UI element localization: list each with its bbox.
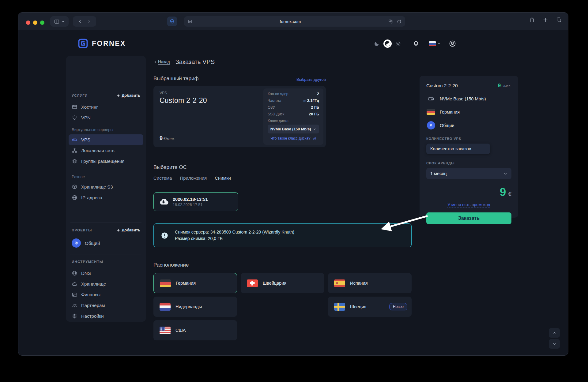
network-icon <box>72 148 77 153</box>
sidebar-item-settings[interactable]: Настройки <box>69 311 143 321</box>
location-netherlands[interactable]: Нидерланды <box>153 297 237 317</box>
tariff-heading: Выбранный тариф <box>153 76 198 82</box>
spec-row-cores: Кол-во ядер2 <box>268 92 319 96</box>
tab-system[interactable]: Система <box>153 175 172 183</box>
disk-class-help-link[interactable]: Что такое класс диска? <box>268 136 319 141</box>
project-avatar-icon <box>427 121 435 129</box>
info-icon <box>160 231 169 240</box>
add-project-button[interactable]: Добавить <box>117 228 140 232</box>
location-heading: Расположение <box>153 262 412 268</box>
scroll-up-button[interactable] <box>549 328 560 338</box>
quantity-input[interactable]: Количество заказов <box>426 144 490 154</box>
translate-icon[interactable] <box>388 19 394 24</box>
location-switzerland[interactable]: Швейцария <box>241 273 324 293</box>
sidebar-item-dns[interactable]: DNS <box>69 268 143 279</box>
scroll-down-button[interactable] <box>549 339 560 349</box>
spec-row-disk: SSD Диск20 ГБ <box>268 112 319 116</box>
auto-theme-yinyang-icon[interactable] <box>383 39 392 48</box>
gear-icon <box>72 313 77 319</box>
flag-usa-icon <box>160 327 171 334</box>
reader-page-icon[interactable] <box>188 19 192 24</box>
term-select[interactable]: 1 месяц <box>426 168 511 179</box>
disk-class-select[interactable]: NVMe Base (150 Mb/s) <box>268 125 319 133</box>
location-sweden[interactable]: Швеция Новое <box>328 297 412 317</box>
change-tariff-link[interactable]: Выбрать другой <box>296 77 326 82</box>
chevron-up-icon <box>552 331 557 335</box>
sidebar-item-hosting[interactable]: Хостинг <box>69 102 143 112</box>
flag-switzerland-icon <box>247 279 258 287</box>
sidebar-toggle-button[interactable] <box>50 16 69 27</box>
sidebar-section-services: УСЛУГИ <box>72 94 88 97</box>
user-profile-icon[interactable] <box>449 40 456 47</box>
location-spain[interactable]: Испания <box>328 273 412 293</box>
divider <box>70 88 141 88</box>
forward-button[interactable] <box>87 19 92 24</box>
os-tabs: Система Приложения Снимки <box>153 175 412 183</box>
sidebar-item-finance[interactable]: Финансы <box>69 289 143 300</box>
back-link[interactable]: Назад <box>153 59 170 65</box>
minimize-window-button[interactable] <box>33 21 37 25</box>
shield-icon <box>72 115 77 121</box>
flag-spain-icon <box>334 279 345 287</box>
chevron-down-icon <box>437 42 441 45</box>
page-title: Заказать VPS <box>175 58 215 66</box>
tab-overview-icon[interactable] <box>556 17 562 23</box>
tab-snapshots[interactable]: Снимки <box>215 175 231 183</box>
divider <box>70 254 141 254</box>
flag-sweden-icon <box>334 303 345 311</box>
tab-applications[interactable]: Приложения <box>180 175 207 183</box>
share-icon[interactable] <box>529 17 535 23</box>
order-button[interactable]: Заказать <box>426 212 511 224</box>
address-bar[interactable]: fornex.com <box>184 16 405 27</box>
box-icon <box>72 184 77 190</box>
new-badge: Новое <box>389 303 407 310</box>
back-button[interactable] <box>77 19 82 24</box>
spec-row-disk-class: Класс диска <box>268 119 319 123</box>
sidebar-item-storage[interactable]: Хранилище <box>69 279 143 289</box>
sidebar-panel-icon <box>54 19 60 24</box>
summary-feature-location: Германия <box>426 109 511 115</box>
sidebar-item-vps[interactable]: VPS <box>69 134 143 145</box>
tariff-specs-panel: Кол-во ядер2 Частота от2.1ГГц ОЗУ2 ГБ SS… <box>263 88 323 145</box>
fornex-logo[interactable]: FORNEX <box>77 38 126 49</box>
page-scroll-buttons <box>549 328 560 349</box>
sidebar-item-placement-groups[interactable]: Группы размещения <box>69 156 143 167</box>
sun-icon[interactable] <box>395 41 401 47</box>
sidebar-item-project-common[interactable]: Общий <box>72 236 140 250</box>
sidebar-item-partners[interactable]: Партнёрам <box>69 300 143 311</box>
language-selector[interactable] <box>429 41 441 46</box>
zoom-window-button[interactable] <box>40 21 44 25</box>
selected-tariff-card: VPS Custom 2-2-20 9€/мес. Кол-во ядер2 Ч… <box>153 86 326 147</box>
chevron-down-icon <box>552 342 557 346</box>
add-service-button[interactable]: Добавить <box>117 93 140 98</box>
sidebar: УСЛУГИ Добавить Хостинг VPN Виртуальные … <box>66 56 146 322</box>
quantity-label: КОЛИЧЕСТВО VPS <box>426 137 511 140</box>
layers-icon <box>72 158 77 164</box>
summary-tariff-name: Custom 2-2-20 <box>426 83 458 88</box>
globe-icon <box>72 195 77 200</box>
snapshot-info-alert: Снимок сервера: 34-283509 Custom 2-2-20 … <box>153 223 412 247</box>
notifications-bell-icon[interactable] <box>413 40 420 47</box>
location-usa[interactable]: США <box>153 320 237 340</box>
summary-total: 9€ <box>426 186 511 199</box>
moon-icon[interactable] <box>374 41 380 47</box>
promo-code-link[interactable]: У меня есть промокод <box>426 202 511 207</box>
close-window-button[interactable] <box>26 21 30 25</box>
new-tab-icon[interactable] <box>542 17 548 23</box>
location-grid: Германия Швейцария Испания Нидерланды Шв… <box>153 273 412 340</box>
sidebar-item-ip-addresses[interactable]: IP-адреса <box>69 192 143 203</box>
url-text: fornex.com <box>192 19 388 24</box>
sidebar-item-s3-storage[interactable]: Хранилище S3 <box>69 182 143 192</box>
sidebar-subsection-misc: Разное <box>72 174 140 179</box>
reload-icon[interactable] <box>397 19 401 24</box>
sidebar-item-local-network[interactable]: Локальная сеть <box>69 145 143 156</box>
tariff-price: 9€/мес. <box>160 135 175 142</box>
sidebar-item-vpn[interactable]: VPN <box>69 112 143 123</box>
snapshot-option-selected[interactable]: 2026.02.18-13:51 18.02.2026 17:51 <box>153 192 238 211</box>
spec-row-ram: ОЗУ2 ГБ <box>268 105 319 110</box>
privacy-shield-icon[interactable] <box>167 17 177 26</box>
logo-text: FORNEX <box>92 39 126 48</box>
location-germany[interactable]: Германия <box>153 273 237 293</box>
flag-germany-icon <box>160 279 171 287</box>
os-heading: Выберите ОС <box>153 164 412 170</box>
